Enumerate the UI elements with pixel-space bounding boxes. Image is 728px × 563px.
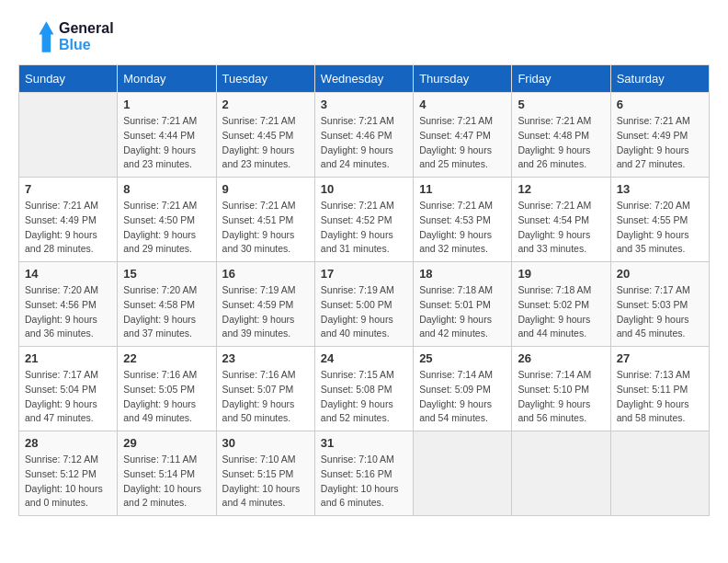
day-number: 25 xyxy=(419,351,506,365)
day-detail: Sunrise: 7:20 AMSunset: 4:55 PMDaylight:… xyxy=(617,199,703,257)
day-detail: Sunrise: 7:16 AMSunset: 5:05 PMDaylight:… xyxy=(123,368,210,426)
day-number: 5 xyxy=(518,98,604,111)
day-detail: Sunrise: 7:17 AMSunset: 5:03 PMDaylight:… xyxy=(617,283,703,341)
day-detail: Sunrise: 7:11 AMSunset: 5:14 PMDaylight:… xyxy=(123,453,210,511)
calendar-cell xyxy=(610,431,709,516)
calendar-cell xyxy=(512,431,610,516)
day-number: 22 xyxy=(123,351,210,365)
header-wednesday: Wednesday xyxy=(314,65,413,93)
header-saturday: Saturday xyxy=(610,65,709,93)
calendar-cell: 23Sunrise: 7:16 AMSunset: 5:07 PMDayligh… xyxy=(216,347,314,431)
day-number: 26 xyxy=(518,351,604,365)
day-number: 24 xyxy=(321,351,407,365)
day-number: 6 xyxy=(617,98,703,111)
day-detail: Sunrise: 7:21 AMSunset: 4:48 PMDaylight:… xyxy=(518,114,604,172)
day-number: 20 xyxy=(617,267,703,281)
day-number: 18 xyxy=(419,267,506,281)
day-number: 9 xyxy=(222,182,309,196)
calendar-cell xyxy=(414,431,512,516)
calendar-cell: 27Sunrise: 7:13 AMSunset: 5:11 PMDayligh… xyxy=(610,347,709,431)
calendar-cell: 24Sunrise: 7:15 AMSunset: 5:08 PMDayligh… xyxy=(314,347,413,431)
calendar-cell: 2Sunrise: 7:21 AMSunset: 4:45 PMDaylight… xyxy=(216,93,314,178)
calendar-cell: 9Sunrise: 7:21 AMSunset: 4:51 PMDaylight… xyxy=(216,178,314,262)
calendar-table: SundayMondayTuesdayWednesdayThursdayFrid… xyxy=(18,64,710,516)
day-detail: Sunrise: 7:18 AMSunset: 5:02 PMDaylight:… xyxy=(518,283,604,341)
calendar-cell: 31Sunrise: 7:10 AMSunset: 5:16 PMDayligh… xyxy=(314,431,413,516)
day-number: 23 xyxy=(222,351,309,365)
day-number: 2 xyxy=(222,98,309,111)
calendar-cell xyxy=(19,93,118,178)
day-detail: Sunrise: 7:14 AMSunset: 5:10 PMDaylight:… xyxy=(518,368,604,426)
calendar-cell: 4Sunrise: 7:21 AMSunset: 4:47 PMDaylight… xyxy=(414,93,512,178)
day-number: 3 xyxy=(321,98,407,111)
calendar-cell: 15Sunrise: 7:20 AMSunset: 4:58 PMDayligh… xyxy=(118,262,216,347)
calendar-cell: 7Sunrise: 7:21 AMSunset: 4:49 PMDaylight… xyxy=(19,178,118,262)
day-detail: Sunrise: 7:13 AMSunset: 5:11 PMDaylight:… xyxy=(617,368,703,426)
logo: General Blue xyxy=(18,18,114,55)
day-detail: Sunrise: 7:18 AMSunset: 5:01 PMDaylight:… xyxy=(419,283,506,341)
calendar-cell: 8Sunrise: 7:21 AMSunset: 4:50 PMDaylight… xyxy=(118,178,216,262)
calendar-cell: 25Sunrise: 7:14 AMSunset: 5:09 PMDayligh… xyxy=(414,347,512,431)
day-detail: Sunrise: 7:15 AMSunset: 5:08 PMDaylight:… xyxy=(321,368,407,426)
calendar-week-4: 21Sunrise: 7:17 AMSunset: 5:04 PMDayligh… xyxy=(19,347,710,431)
calendar-cell: 28Sunrise: 7:12 AMSunset: 5:12 PMDayligh… xyxy=(19,431,118,516)
day-number: 13 xyxy=(617,182,703,196)
day-detail: Sunrise: 7:12 AMSunset: 5:12 PMDaylight:… xyxy=(25,453,111,511)
day-detail: Sunrise: 7:21 AMSunset: 4:47 PMDaylight:… xyxy=(419,114,506,172)
calendar-cell: 6Sunrise: 7:21 AMSunset: 4:49 PMDaylight… xyxy=(610,93,709,178)
calendar-cell: 3Sunrise: 7:21 AMSunset: 4:46 PMDaylight… xyxy=(314,93,413,178)
calendar-cell: 22Sunrise: 7:16 AMSunset: 5:05 PMDayligh… xyxy=(118,347,216,431)
calendar-cell: 12Sunrise: 7:21 AMSunset: 4:54 PMDayligh… xyxy=(512,178,610,262)
day-detail: Sunrise: 7:21 AMSunset: 4:45 PMDaylight:… xyxy=(222,114,309,172)
day-detail: Sunrise: 7:21 AMSunset: 4:50 PMDaylight:… xyxy=(123,199,210,257)
day-number: 21 xyxy=(25,351,111,365)
day-number: 14 xyxy=(25,267,111,281)
calendar-week-3: 14Sunrise: 7:20 AMSunset: 4:56 PMDayligh… xyxy=(19,262,710,347)
calendar-cell: 21Sunrise: 7:17 AMSunset: 5:04 PMDayligh… xyxy=(19,347,118,431)
svg-marker-0 xyxy=(39,21,53,52)
day-number: 31 xyxy=(321,436,407,450)
day-detail: Sunrise: 7:21 AMSunset: 4:44 PMDaylight:… xyxy=(123,114,210,172)
day-number: 19 xyxy=(518,267,604,281)
day-number: 27 xyxy=(617,351,703,365)
day-number: 8 xyxy=(123,182,210,196)
day-detail: Sunrise: 7:21 AMSunset: 4:49 PMDaylight:… xyxy=(25,199,111,257)
calendar-cell: 29Sunrise: 7:11 AMSunset: 5:14 PMDayligh… xyxy=(118,431,216,516)
day-number: 17 xyxy=(321,267,407,281)
calendar-cell: 30Sunrise: 7:10 AMSunset: 5:15 PMDayligh… xyxy=(216,431,314,516)
page-header: General Blue xyxy=(18,18,710,55)
day-number: 28 xyxy=(25,436,111,450)
calendar-cell: 20Sunrise: 7:17 AMSunset: 5:03 PMDayligh… xyxy=(610,262,709,347)
day-detail: Sunrise: 7:17 AMSunset: 5:04 PMDaylight:… xyxy=(25,368,111,426)
calendar-cell: 10Sunrise: 7:21 AMSunset: 4:52 PMDayligh… xyxy=(314,178,413,262)
logo-general-text: General xyxy=(59,20,114,37)
calendar-cell: 13Sunrise: 7:20 AMSunset: 4:55 PMDayligh… xyxy=(610,178,709,262)
day-detail: Sunrise: 7:19 AMSunset: 4:59 PMDaylight:… xyxy=(222,283,309,341)
day-detail: Sunrise: 7:20 AMSunset: 4:56 PMDaylight:… xyxy=(25,283,111,341)
calendar-cell: 11Sunrise: 7:21 AMSunset: 4:53 PMDayligh… xyxy=(414,178,512,262)
header-monday: Monday xyxy=(118,65,216,93)
logo-icon xyxy=(18,18,55,55)
day-detail: Sunrise: 7:21 AMSunset: 4:54 PMDaylight:… xyxy=(518,199,604,257)
header-tuesday: Tuesday xyxy=(216,65,314,93)
calendar-cell: 18Sunrise: 7:18 AMSunset: 5:01 PMDayligh… xyxy=(414,262,512,347)
day-number: 12 xyxy=(518,182,604,196)
logo-blue-text: Blue xyxy=(59,37,114,53)
header-sunday: Sunday xyxy=(19,65,118,93)
calendar-week-1: 1Sunrise: 7:21 AMSunset: 4:44 PMDaylight… xyxy=(19,93,710,178)
day-detail: Sunrise: 7:21 AMSunset: 4:52 PMDaylight:… xyxy=(321,199,407,257)
day-detail: Sunrise: 7:16 AMSunset: 5:07 PMDaylight:… xyxy=(222,368,309,426)
day-detail: Sunrise: 7:21 AMSunset: 4:51 PMDaylight:… xyxy=(222,199,309,257)
day-number: 4 xyxy=(419,98,506,111)
day-detail: Sunrise: 7:21 AMSunset: 4:53 PMDaylight:… xyxy=(419,199,506,257)
calendar-header-row: SundayMondayTuesdayWednesdayThursdayFrid… xyxy=(19,65,710,93)
calendar-cell: 1Sunrise: 7:21 AMSunset: 4:44 PMDaylight… xyxy=(118,93,216,178)
day-detail: Sunrise: 7:19 AMSunset: 5:00 PMDaylight:… xyxy=(321,283,407,341)
day-number: 10 xyxy=(321,182,407,196)
calendar-week-5: 28Sunrise: 7:12 AMSunset: 5:12 PMDayligh… xyxy=(19,431,710,516)
day-detail: Sunrise: 7:14 AMSunset: 5:09 PMDaylight:… xyxy=(419,368,506,426)
calendar-cell: 26Sunrise: 7:14 AMSunset: 5:10 PMDayligh… xyxy=(512,347,610,431)
day-detail: Sunrise: 7:21 AMSunset: 4:49 PMDaylight:… xyxy=(617,114,703,172)
day-number: 11 xyxy=(419,182,506,196)
day-number: 16 xyxy=(222,267,309,281)
